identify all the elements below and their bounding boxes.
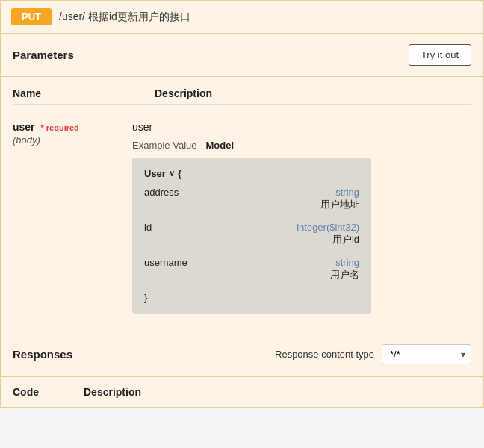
model-field-username: username string 用户名 [144, 257, 359, 281]
model-close-brace: } [144, 292, 359, 303]
field-name-address: address [144, 187, 211, 198]
field-type-col-username: string 用户名 [330, 257, 359, 281]
api-description: 根据id更新用户的接口 [88, 10, 190, 22]
param-location: (body) [13, 134, 132, 146]
method-badge: PUT [11, 8, 52, 25]
param-name-col: user * required (body) [13, 121, 132, 146]
parameter-row-user: user * required (body) user Example Valu… [13, 113, 471, 321]
column-headers: Name Description [13, 87, 471, 105]
model-name: User [144, 168, 166, 179]
parameters-table: Name Description user * required (body) … [1, 77, 483, 332]
param-name: user [13, 121, 35, 133]
field-type-col-id: integer($int32) 用户id [297, 222, 359, 246]
footer-header: Code Description [1, 376, 483, 407]
footer-col-code: Code [13, 386, 39, 398]
content-type-row: Response content type */* ▾ [275, 344, 471, 364]
api-path-text: /user/ [59, 10, 85, 22]
param-value: user [132, 121, 471, 133]
content-type-label: Response content type [275, 349, 374, 360]
field-desc-username: 用户名 [330, 268, 359, 281]
main-container: PUT /user/ 根据id更新用户的接口 Parameters Try it… [0, 0, 484, 408]
parameters-title: Parameters [13, 49, 74, 61]
example-model-tabs: Example Value Model [132, 139, 471, 152]
example-value-label: Example Value [132, 140, 196, 151]
footer-col-description: Description [84, 386, 141, 398]
col-header-description: Description [155, 87, 212, 99]
api-header: PUT /user/ 根据id更新用户的接口 [1, 1, 483, 34]
model-chevron-icon: ∨ [169, 169, 175, 178]
col-header-name: Name [13, 87, 110, 99]
param-name-line: user * required [13, 121, 132, 133]
parameters-section-header: Parameters Try it out [1, 34, 483, 77]
field-type-address: string [320, 187, 359, 198]
content-type-select-wrapper: */* ▾ [382, 344, 471, 364]
field-desc-id: 用户id [297, 233, 359, 246]
field-name-username: username [144, 257, 211, 268]
model-title: User ∨ { [144, 168, 359, 179]
model-open-brace: { [178, 168, 182, 179]
field-name-id: id [144, 222, 211, 233]
model-box: User ∨ { address string 用户地址 id [132, 158, 371, 314]
param-required-label: * required [40, 123, 78, 132]
field-type-username: string [330, 257, 359, 268]
model-tab-button[interactable]: Model [202, 139, 237, 152]
field-type-id: integer($int32) [297, 222, 359, 233]
content-type-select[interactable]: */* [382, 344, 471, 364]
try-it-out-button[interactable]: Try it out [409, 44, 471, 66]
field-desc-address: 用户地址 [320, 198, 359, 211]
responses-title: Responses [13, 348, 72, 361]
model-field-address: address string 用户地址 [144, 187, 359, 211]
param-desc-col: user Example Value Model User ∨ { addres… [132, 121, 471, 314]
responses-section: Responses Response content type */* ▾ [1, 332, 483, 376]
field-type-col-address: string 用户地址 [320, 187, 359, 211]
api-path: /user/ 根据id更新用户的接口 [59, 10, 190, 24]
model-field-id: id integer($int32) 用户id [144, 222, 359, 246]
